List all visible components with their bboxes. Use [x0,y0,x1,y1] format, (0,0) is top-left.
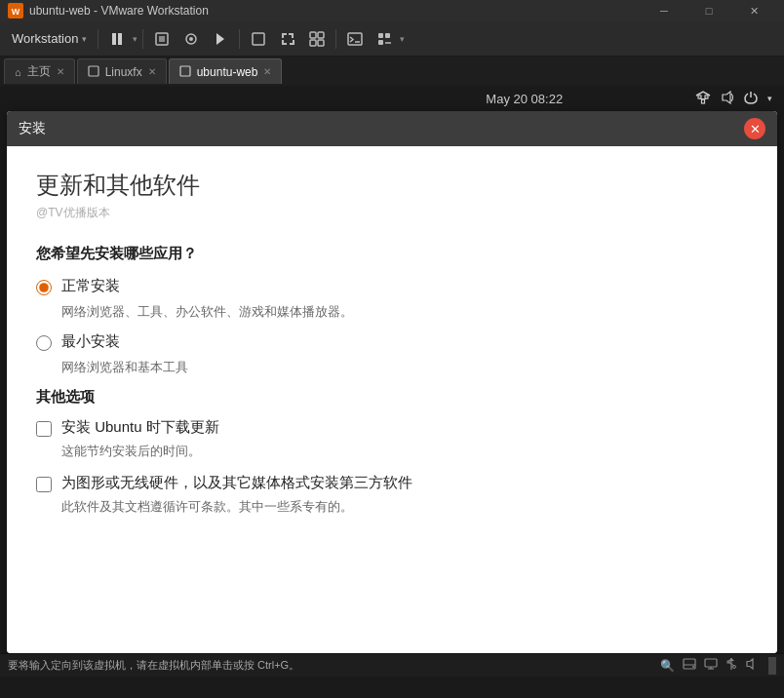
vmware-icon: W [8,3,23,19]
svg-marker-39 [747,659,753,669]
normal-install-option[interactable]: 正常安装 [36,277,748,295]
normal-install-radio[interactable] [36,280,52,295]
installer-titlebar: 安装 ✕ [7,111,777,146]
svg-rect-14 [348,33,362,45]
checkbox-update[interactable] [36,421,52,437]
tab-ubuntu-label: ubuntu-web [197,65,258,79]
page-heading: 更新和其他软件 [36,170,748,201]
minimal-install-label[interactable]: 最小安装 [61,332,120,351]
svg-rect-23 [702,99,705,103]
tabs-bar: ⌂ 主页 ✕ Linuxfx ✕ ubuntu-web ✕ [0,57,784,86]
unity-dropdown-arrow[interactable]: ▾ [400,34,405,44]
vm-status-icons: ▾ [695,91,772,107]
page-subheading: @TV优播版本 [36,205,748,221]
tab-linuxfx[interactable]: Linuxfx ✕ [77,58,167,84]
vm-power-icon[interactable] [744,91,758,107]
checkbox-update-option[interactable]: 安装 Ubuntu 时下载更新 [36,418,748,437]
fit-guest-button[interactable] [148,25,176,53]
svg-rect-16 [378,33,383,38]
vm-menu-arrow[interactable]: ▾ [767,94,772,103]
bottom-network2-icon[interactable] [704,658,718,673]
workstation-dropdown-arrow: ▾ [82,34,87,44]
workstation-label: Workstation [12,31,78,46]
bottom-status-bar: 要将输入定向到该虚拟机，请在虚拟机内部单击或按 Ctrl+G。 🔍 [0,653,784,677]
window-title: ubuntu-web - VMware Workstation [29,4,209,18]
maximize-button[interactable]: □ [686,0,731,21]
toolbar-separator-3 [239,29,240,49]
svg-rect-18 [378,40,383,45]
vm-volume-icon[interactable] [721,91,734,107]
svg-marker-8 [216,33,224,45]
svg-rect-9 [253,33,264,45]
tab-linuxfx-close[interactable]: ✕ [148,66,156,77]
vm-network-icon[interactable] [695,91,711,107]
bottom-sound-icon[interactable] [745,658,757,673]
checkbox-thirdparty[interactable] [36,477,52,492]
svg-rect-12 [310,40,316,46]
svg-rect-10 [310,32,316,38]
bottom-bar-message: 要将输入定向到该虚拟机，请在虚拟机内部单击或按 Ctrl+G。 [8,658,299,673]
checkbox-thirdparty-desc: 此软件及其文档遵循许可条款。其中一些系专有的。 [61,498,748,516]
tab-ubuntu-close[interactable]: ✕ [263,66,271,77]
vm-display-area[interactable]: May 20 08:22 ▾ 安装 ✕ 更新和其他软件 @TV优播 [0,86,784,653]
bottom-hdd-icon[interactable] [683,658,696,673]
svg-point-7 [189,37,193,41]
tab-linuxfx-label: Linuxfx [105,65,142,79]
minimal-install-desc: 网络浏览器和基本工具 [61,359,748,376]
svg-text:W: W [12,7,20,17]
installer-window: 安装 ✕ 更新和其他软件 @TV优播版本 您希望先安装哪些应用？ 正常安装 网络… [7,111,777,653]
svg-rect-17 [385,33,390,38]
svg-rect-19 [89,66,98,76]
suspend-button[interactable] [207,25,234,53]
toolbar-separator-1 [98,29,98,49]
checkbox-thirdparty-option[interactable]: 为图形或无线硬件，以及其它媒体格式安装第三方软件 [36,474,748,492]
tab-home[interactable]: ⌂ 主页 ✕ [4,58,75,84]
svg-rect-20 [180,66,190,76]
minimal-install-radio[interactable] [36,335,52,351]
close-button[interactable]: ✕ [731,0,776,21]
vm-datetime: May 20 08:22 [354,92,696,106]
bottom-bar-icons: 🔍 [660,657,776,675]
installer-close-button[interactable]: ✕ [744,118,765,139]
workstation-menu[interactable]: Workstation ▾ [6,31,93,46]
fullscreen-button[interactable] [274,25,301,53]
minimal-install-option[interactable]: 最小安装 [36,332,748,351]
minimize-button[interactable]: ─ [642,0,686,21]
svg-rect-22 [705,96,708,98]
svg-marker-27 [723,92,730,103]
svg-rect-11 [318,32,324,38]
checkbox-update-label[interactable]: 安装 Ubuntu 时下载更新 [61,418,219,437]
svg-point-36 [733,666,736,669]
toolbar: Workstation ▾ ▾ ▾ [0,21,784,57]
normal-install-desc: 网络浏览器、工具、办公软件、游戏和媒体播放器。 [61,303,748,321]
pause-dropdown-arrow[interactable]: ▾ [133,34,137,44]
svg-rect-2 [112,33,116,45]
toolbar-separator-4 [335,29,336,49]
terminal-button[interactable] [341,25,369,53]
bottom-usb-icon[interactable] [725,657,737,674]
svg-point-30 [692,666,694,668]
checkbox-thirdparty-label[interactable]: 为图形或无线硬件，以及其它媒体格式安装第三方软件 [61,474,412,492]
bottom-search-icon[interactable]: 🔍 [660,659,675,673]
tab-home-close[interactable]: ✕ [57,66,64,77]
pause-button[interactable] [103,25,131,53]
window-controls[interactable]: ─ □ ✕ [642,0,776,21]
home-tab-icon: ⌂ [15,66,21,78]
installer-content: 更新和其他软件 @TV优播版本 您希望先安装哪些应用？ 正常安装 网络浏览器、工… [7,146,777,653]
title-bar: W ubuntu-web - VMware Workstation ─ □ ✕ [0,0,784,21]
tab-home-label: 主页 [27,63,51,80]
snapshot-button[interactable] [177,25,205,53]
svg-rect-5 [159,36,165,42]
title-bar-left: W ubuntu-web - VMware Workstation [8,3,209,19]
tab-ubuntu-web[interactable]: ubuntu-web ✕ [169,58,283,84]
checkbox-update-desc: 这能节约安装后的时间。 [61,443,748,460]
vm-settings-button[interactable] [245,25,272,53]
linuxfx-tab-icon [88,65,99,79]
view-button[interactable] [303,25,331,53]
ubuntu-tab-icon [179,65,191,79]
bottom-indicator [768,657,776,675]
section-question: 您希望先安装哪些应用？ [36,245,748,263]
other-options-heading: 其他选项 [36,388,748,407]
normal-install-label[interactable]: 正常安装 [61,277,120,295]
unity-button[interactable] [371,25,398,53]
